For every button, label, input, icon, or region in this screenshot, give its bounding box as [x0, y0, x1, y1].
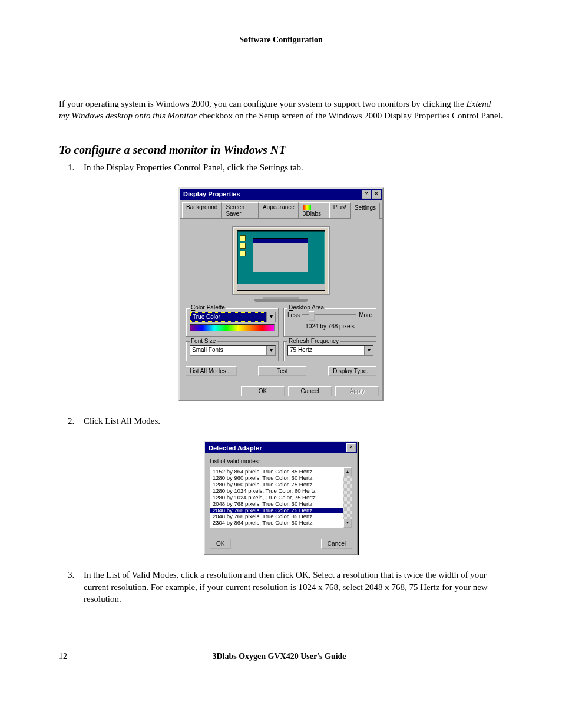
desktop-area-group: Desktop Area Less More 1024 by 768 pixel… [283, 308, 376, 337]
list-item[interactable]: 2048 by 768 pixels, True Color, 60 Hertz [210, 501, 343, 508]
chevron-down-icon[interactable]: ▾ [266, 346, 275, 355]
chevron-down-icon[interactable]: ▾ [266, 312, 275, 322]
footer-guide-title: 3Dlabs Oxygen GVX420 User's Guide [67, 652, 491, 661]
step-1: In the Display Properties Control Panel,… [77, 162, 503, 173]
chevron-down-icon[interactable]: ▾ [364, 346, 373, 355]
tab-appearance[interactable]: Appearance [259, 202, 299, 218]
tab-screensaver[interactable]: Screen Saver [222, 202, 259, 218]
slider-less-label: Less [287, 312, 300, 318]
help-icon[interactable]: ? [362, 190, 371, 199]
intro-text-2: checkbox on the Setup screen of the Wind… [197, 111, 503, 120]
tab-row: Background Screen Saver Appearance 3Dlab… [180, 200, 382, 219]
font-size-combo[interactable]: Small Fonts ▾ [190, 345, 276, 356]
intro-text-1: If your operating system is Windows 2000… [59, 99, 467, 108]
display-type-button[interactable]: Display Type... [328, 366, 376, 376]
refresh-frequency-label: Refresh Frequency [287, 338, 340, 344]
cancel-button[interactable]: Cancel [288, 386, 332, 396]
tab-plus[interactable]: Plus! [329, 202, 351, 218]
tab-3dlabs[interactable]: 3Dlabs [299, 202, 329, 218]
font-size-group: Font Size Small Fonts ▾ [186, 341, 279, 361]
valid-modes-listbox[interactable]: 1152 by 864 pixels, True Color, 85 Hertz… [210, 467, 352, 528]
test-button[interactable]: Test [258, 366, 306, 376]
dialog2-title: Detected Adapter [209, 444, 262, 452]
dialog2-titlebar[interactable]: Detected Adapter × [205, 442, 357, 453]
color-spectrum [190, 324, 275, 331]
cancel-button[interactable]: Cancel [321, 539, 352, 549]
step-3: In the List of Valid Modes, click a reso… [77, 569, 503, 605]
close-icon[interactable]: × [372, 190, 381, 199]
list-of-valid-modes-label: List of valid modes: [210, 458, 352, 465]
tab-settings[interactable]: Settings [351, 203, 380, 219]
scroll-down-icon[interactable]: ▾ [343, 519, 352, 528]
desktop-area-slider[interactable] [302, 314, 356, 315]
slider-more-label: More [359, 312, 372, 318]
desktop-area-value: 1024 by 768 pixels [287, 323, 372, 330]
tab-3dlabs-label: 3Dlabs [303, 210, 321, 217]
dialog-titlebar[interactable]: Display Properties ? × [180, 189, 382, 200]
color-palette-label: Color Palette [190, 304, 226, 311]
ok-button[interactable]: OK [241, 386, 285, 396]
font-size-value: Small Fonts [190, 346, 266, 355]
section-heading: To configure a second monitor in Windows… [59, 143, 503, 157]
dialog-title: Display Properties [183, 190, 240, 197]
detected-adapter-dialog: Detected Adapter × List of valid modes: … [204, 441, 358, 555]
scroll-up-icon[interactable]: ▴ [343, 467, 352, 476]
document-header: Software Configuration [59, 35, 503, 45]
slider-thumb[interactable] [309, 311, 315, 321]
refresh-frequency-group: Refresh Frequency 75 Hertz ▾ [283, 341, 376, 361]
color-palette-group: Color Palette True Color ▾ [186, 308, 279, 337]
step-2: Click List All Modes. [77, 415, 503, 427]
list-item[interactable]: 1280 by 1024 pixels, True Color, 75 Hert… [210, 495, 343, 501]
page-number: 12 [59, 652, 67, 661]
tab-background[interactable]: Background [182, 202, 222, 218]
apply-button[interactable]: Apply [335, 386, 379, 396]
3dlabs-icon [303, 205, 311, 210]
list-all-modes-button[interactable]: List All Modes ... [186, 366, 237, 376]
font-size-label: Font Size [190, 338, 217, 344]
refresh-frequency-value: 75 Hertz [288, 346, 364, 355]
color-palette-combo[interactable]: True Color ▾ [190, 312, 276, 322]
desktop-area-label: Desktop Area [287, 304, 325, 311]
display-properties-dialog: Display Properties ? × Background Screen… [178, 187, 384, 401]
listbox-scrollbar[interactable]: ▴ ▾ [343, 467, 352, 528]
close-icon[interactable]: × [346, 443, 356, 452]
list-item[interactable]: 2304 by 864 pixels, True Color, 60 Hertz [210, 520, 343, 526]
monitor-preview [232, 226, 330, 302]
color-palette-value: True Color [190, 312, 266, 322]
refresh-frequency-combo[interactable]: 75 Hertz ▾ [287, 345, 373, 356]
intro-paragraph: If your operating system is Windows 2000… [59, 98, 503, 122]
ok-button[interactable]: OK [210, 539, 231, 549]
